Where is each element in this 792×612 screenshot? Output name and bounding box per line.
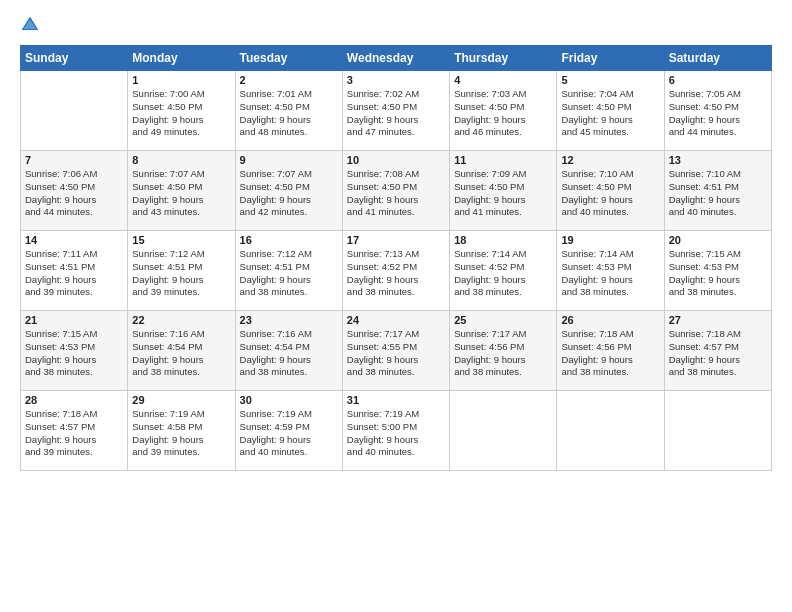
calendar-day-cell: 20Sunrise: 7:15 AMSunset: 4:53 PMDayligh… xyxy=(664,231,771,311)
calendar-week-row: 1Sunrise: 7:00 AMSunset: 4:50 PMDaylight… xyxy=(21,71,772,151)
day-number: 27 xyxy=(669,314,767,326)
day-number: 18 xyxy=(454,234,552,246)
day-number: 29 xyxy=(132,394,230,406)
day-info: Sunrise: 7:07 AMSunset: 4:50 PMDaylight:… xyxy=(132,168,230,219)
calendar-day-cell: 2Sunrise: 7:01 AMSunset: 4:50 PMDaylight… xyxy=(235,71,342,151)
day-of-week-header: Tuesday xyxy=(235,46,342,71)
day-of-week-header: Wednesday xyxy=(342,46,449,71)
header xyxy=(20,15,772,35)
day-info: Sunrise: 7:10 AMSunset: 4:51 PMDaylight:… xyxy=(669,168,767,219)
day-info: Sunrise: 7:15 AMSunset: 4:53 PMDaylight:… xyxy=(669,248,767,299)
calendar-week-row: 28Sunrise: 7:18 AMSunset: 4:57 PMDayligh… xyxy=(21,391,772,471)
calendar-day-cell: 30Sunrise: 7:19 AMSunset: 4:59 PMDayligh… xyxy=(235,391,342,471)
calendar-day-cell: 9Sunrise: 7:07 AMSunset: 4:50 PMDaylight… xyxy=(235,151,342,231)
day-number: 14 xyxy=(25,234,123,246)
day-info: Sunrise: 7:14 AMSunset: 4:52 PMDaylight:… xyxy=(454,248,552,299)
day-of-week-header: Thursday xyxy=(450,46,557,71)
day-info: Sunrise: 7:09 AMSunset: 4:50 PMDaylight:… xyxy=(454,168,552,219)
calendar-week-row: 21Sunrise: 7:15 AMSunset: 4:53 PMDayligh… xyxy=(21,311,772,391)
calendar-day-cell: 23Sunrise: 7:16 AMSunset: 4:54 PMDayligh… xyxy=(235,311,342,391)
calendar-day-cell: 8Sunrise: 7:07 AMSunset: 4:50 PMDaylight… xyxy=(128,151,235,231)
day-number: 23 xyxy=(240,314,338,326)
day-number: 20 xyxy=(669,234,767,246)
day-number: 16 xyxy=(240,234,338,246)
logo-icon xyxy=(20,15,40,35)
day-info: Sunrise: 7:18 AMSunset: 4:56 PMDaylight:… xyxy=(561,328,659,379)
calendar-day-cell: 1Sunrise: 7:00 AMSunset: 4:50 PMDaylight… xyxy=(128,71,235,151)
day-info: Sunrise: 7:10 AMSunset: 4:50 PMDaylight:… xyxy=(561,168,659,219)
calendar-day-cell: 10Sunrise: 7:08 AMSunset: 4:50 PMDayligh… xyxy=(342,151,449,231)
day-number: 13 xyxy=(669,154,767,166)
day-info: Sunrise: 7:02 AMSunset: 4:50 PMDaylight:… xyxy=(347,88,445,139)
day-number: 2 xyxy=(240,74,338,86)
calendar-day-cell: 25Sunrise: 7:17 AMSunset: 4:56 PMDayligh… xyxy=(450,311,557,391)
day-number: 30 xyxy=(240,394,338,406)
calendar-day-cell: 7Sunrise: 7:06 AMSunset: 4:50 PMDaylight… xyxy=(21,151,128,231)
day-number: 31 xyxy=(347,394,445,406)
calendar-day-cell: 19Sunrise: 7:14 AMSunset: 4:53 PMDayligh… xyxy=(557,231,664,311)
calendar-day-cell: 15Sunrise: 7:12 AMSunset: 4:51 PMDayligh… xyxy=(128,231,235,311)
day-number: 4 xyxy=(454,74,552,86)
day-info: Sunrise: 7:05 AMSunset: 4:50 PMDaylight:… xyxy=(669,88,767,139)
calendar-day-cell xyxy=(557,391,664,471)
calendar-day-cell xyxy=(664,391,771,471)
calendar-day-cell xyxy=(450,391,557,471)
day-info: Sunrise: 7:04 AMSunset: 4:50 PMDaylight:… xyxy=(561,88,659,139)
day-number: 12 xyxy=(561,154,659,166)
day-info: Sunrise: 7:01 AMSunset: 4:50 PMDaylight:… xyxy=(240,88,338,139)
calendar-day-cell: 5Sunrise: 7:04 AMSunset: 4:50 PMDaylight… xyxy=(557,71,664,151)
day-number: 17 xyxy=(347,234,445,246)
logo xyxy=(20,15,44,35)
day-number: 3 xyxy=(347,74,445,86)
day-number: 9 xyxy=(240,154,338,166)
calendar-week-row: 7Sunrise: 7:06 AMSunset: 4:50 PMDaylight… xyxy=(21,151,772,231)
calendar-header-row: SundayMondayTuesdayWednesdayThursdayFrid… xyxy=(21,46,772,71)
day-info: Sunrise: 7:15 AMSunset: 4:53 PMDaylight:… xyxy=(25,328,123,379)
calendar-day-cell: 21Sunrise: 7:15 AMSunset: 4:53 PMDayligh… xyxy=(21,311,128,391)
day-number: 5 xyxy=(561,74,659,86)
day-number: 19 xyxy=(561,234,659,246)
day-of-week-header: Sunday xyxy=(21,46,128,71)
day-info: Sunrise: 7:12 AMSunset: 4:51 PMDaylight:… xyxy=(132,248,230,299)
day-info: Sunrise: 7:00 AMSunset: 4:50 PMDaylight:… xyxy=(132,88,230,139)
day-info: Sunrise: 7:17 AMSunset: 4:55 PMDaylight:… xyxy=(347,328,445,379)
day-number: 21 xyxy=(25,314,123,326)
calendar-day-cell: 26Sunrise: 7:18 AMSunset: 4:56 PMDayligh… xyxy=(557,311,664,391)
day-of-week-header: Friday xyxy=(557,46,664,71)
day-of-week-header: Saturday xyxy=(664,46,771,71)
calendar-week-row: 14Sunrise: 7:11 AMSunset: 4:51 PMDayligh… xyxy=(21,231,772,311)
calendar-day-cell: 31Sunrise: 7:19 AMSunset: 5:00 PMDayligh… xyxy=(342,391,449,471)
day-info: Sunrise: 7:13 AMSunset: 4:52 PMDaylight:… xyxy=(347,248,445,299)
calendar-day-cell: 24Sunrise: 7:17 AMSunset: 4:55 PMDayligh… xyxy=(342,311,449,391)
day-info: Sunrise: 7:06 AMSunset: 4:50 PMDaylight:… xyxy=(25,168,123,219)
day-number: 7 xyxy=(25,154,123,166)
calendar-day-cell: 11Sunrise: 7:09 AMSunset: 4:50 PMDayligh… xyxy=(450,151,557,231)
day-number: 6 xyxy=(669,74,767,86)
day-info: Sunrise: 7:18 AMSunset: 4:57 PMDaylight:… xyxy=(25,408,123,459)
calendar-table: SundayMondayTuesdayWednesdayThursdayFrid… xyxy=(20,45,772,471)
day-number: 24 xyxy=(347,314,445,326)
day-number: 10 xyxy=(347,154,445,166)
calendar-day-cell: 14Sunrise: 7:11 AMSunset: 4:51 PMDayligh… xyxy=(21,231,128,311)
day-info: Sunrise: 7:14 AMSunset: 4:53 PMDaylight:… xyxy=(561,248,659,299)
day-info: Sunrise: 7:08 AMSunset: 4:50 PMDaylight:… xyxy=(347,168,445,219)
day-of-week-header: Monday xyxy=(128,46,235,71)
day-number: 28 xyxy=(25,394,123,406)
calendar-day-cell: 28Sunrise: 7:18 AMSunset: 4:57 PMDayligh… xyxy=(21,391,128,471)
calendar-day-cell: 27Sunrise: 7:18 AMSunset: 4:57 PMDayligh… xyxy=(664,311,771,391)
calendar-day-cell: 29Sunrise: 7:19 AMSunset: 4:58 PMDayligh… xyxy=(128,391,235,471)
day-info: Sunrise: 7:18 AMSunset: 4:57 PMDaylight:… xyxy=(669,328,767,379)
day-number: 1 xyxy=(132,74,230,86)
day-info: Sunrise: 7:19 AMSunset: 4:59 PMDaylight:… xyxy=(240,408,338,459)
day-info: Sunrise: 7:17 AMSunset: 4:56 PMDaylight:… xyxy=(454,328,552,379)
calendar-day-cell: 3Sunrise: 7:02 AMSunset: 4:50 PMDaylight… xyxy=(342,71,449,151)
day-number: 15 xyxy=(132,234,230,246)
calendar-day-cell xyxy=(21,71,128,151)
day-info: Sunrise: 7:12 AMSunset: 4:51 PMDaylight:… xyxy=(240,248,338,299)
calendar-day-cell: 6Sunrise: 7:05 AMSunset: 4:50 PMDaylight… xyxy=(664,71,771,151)
day-info: Sunrise: 7:19 AMSunset: 5:00 PMDaylight:… xyxy=(347,408,445,459)
day-info: Sunrise: 7:03 AMSunset: 4:50 PMDaylight:… xyxy=(454,88,552,139)
day-info: Sunrise: 7:16 AMSunset: 4:54 PMDaylight:… xyxy=(240,328,338,379)
calendar-day-cell: 18Sunrise: 7:14 AMSunset: 4:52 PMDayligh… xyxy=(450,231,557,311)
calendar-day-cell: 16Sunrise: 7:12 AMSunset: 4:51 PMDayligh… xyxy=(235,231,342,311)
